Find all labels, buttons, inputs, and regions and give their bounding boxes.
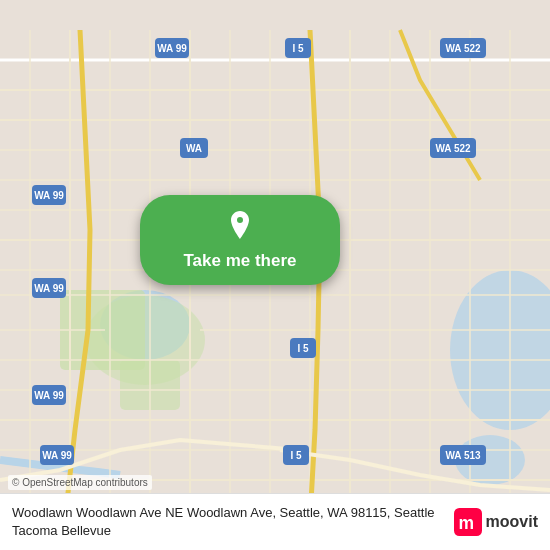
address-text: Woodlawn Woodlawn Ave NE Woodlawn Ave, S… (12, 504, 444, 540)
svg-text:I 5: I 5 (292, 43, 304, 54)
svg-point-6 (85, 295, 205, 385)
svg-text:WA 99: WA 99 (34, 283, 64, 294)
svg-text:WA: WA (186, 143, 202, 154)
take-me-there-button[interactable]: Take me there (140, 195, 340, 285)
svg-text:WA 522: WA 522 (445, 43, 481, 54)
location-pin-icon (224, 209, 256, 241)
moovit-logo: m moovit (454, 508, 538, 536)
svg-text:WA 522: WA 522 (435, 143, 471, 154)
svg-text:m: m (458, 513, 474, 533)
svg-text:WA 99: WA 99 (34, 190, 64, 201)
bottom-bar: Woodlawn Woodlawn Ave NE Woodlawn Ave, S… (0, 493, 550, 550)
moovit-logo-text: moovit (486, 513, 538, 531)
svg-text:WA 99: WA 99 (157, 43, 187, 54)
svg-text:WA 513: WA 513 (445, 450, 481, 461)
svg-text:WA 99: WA 99 (34, 390, 64, 401)
osm-attribution: © OpenStreetMap contributors (8, 475, 152, 490)
map-container: WA 99 WA 99 I 5 WA 522 WA 522 WA 99 WA 9… (0, 0, 550, 550)
svg-text:WA 99: WA 99 (42, 450, 72, 461)
take-me-there-label: Take me there (183, 251, 296, 271)
svg-text:I 5: I 5 (290, 450, 302, 461)
moovit-logo-icon: m (454, 508, 482, 536)
svg-text:I 5: I 5 (297, 343, 309, 354)
